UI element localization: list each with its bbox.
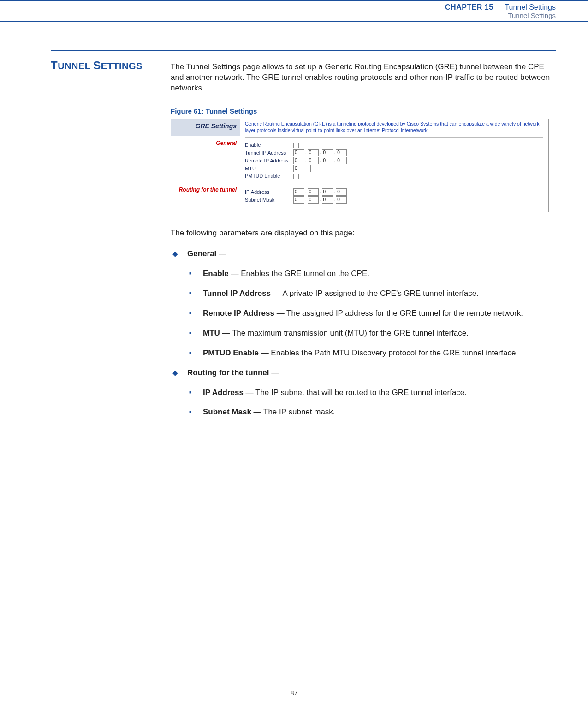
ip-address-octet-3[interactable]: 0 <box>322 188 333 196</box>
lead-paragraph: The following parameters are displayed o… <box>171 228 556 239</box>
figure-tunnel-settings: GRE Settings Generic Routing Encapsulati… <box>171 119 549 212</box>
subnet-mask-octet-3[interactable]: 0 <box>322 196 333 204</box>
mtu-label: MTU <box>245 165 293 172</box>
chapter-label: CHAPTER 15 <box>445 3 493 11</box>
bullet-ip-address: IP Address — The IP subnet that will be … <box>189 388 556 398</box>
bullet-routing: Routing for the tunnel — IP Address — Th… <box>172 368 556 418</box>
bullet-tunnel-ip: Tunnel IP Address — A private IP assigne… <box>189 288 556 299</box>
figure-caption: Figure 61: Tunnel Settings <box>171 107 556 116</box>
bullet-mtu: MTU — The maximum transmission unit (MTU… <box>189 328 556 339</box>
intro-paragraph: The Tunnel Settings page allows to set u… <box>171 62 556 94</box>
figure-header-right: Generic Routing Encapsulation (GRE) is a… <box>240 119 548 136</box>
remote-ip-octet-3[interactable]: 0 <box>322 157 333 164</box>
bullet-pmtud: PMTUD Enable — Enables the Path MTU Disc… <box>189 348 556 359</box>
page-number: – 87 – <box>0 689 588 697</box>
remote-ip-label: Remote IP Address <box>245 157 293 164</box>
header-title-2: Tunnel Settings <box>0 12 556 19</box>
tunnel-ip-octet-2[interactable]: 0 <box>308 149 319 156</box>
figure-routing-label: Routing for the tunnel <box>171 185 240 207</box>
bullet-remote-ip: Remote IP Address — The assigned IP addr… <box>189 308 556 319</box>
page-header: CHAPTER 15 | Tunnel Settings Tunnel Sett… <box>0 0 588 22</box>
remote-ip-octet-4[interactable]: 0 <box>336 157 347 164</box>
subnet-mask-label: Subnet Mask <box>245 197 293 204</box>
header-title-1: Tunnel Settings <box>505 3 556 11</box>
figure-header-left: GRE Settings <box>171 119 240 136</box>
horizontal-rule <box>51 50 556 51</box>
ip-address-octet-2[interactable]: 0 <box>308 188 319 196</box>
tunnel-ip-octet-4[interactable]: 0 <box>336 149 347 156</box>
enable-checkbox[interactable] <box>293 143 299 148</box>
bullet-general: General — Enable — Enables the GRE tunne… <box>172 249 556 359</box>
tunnel-ip-octet-1[interactable]: 0 <box>293 149 304 156</box>
tunnel-ip-octet-3[interactable]: 0 <box>322 149 333 156</box>
pmtud-label: PMTUD Enable <box>245 173 293 180</box>
divider <box>245 208 543 208</box>
ip-address-octet-4[interactable]: 0 <box>336 188 347 196</box>
remote-ip-octet-2[interactable]: 0 <box>308 157 319 164</box>
subnet-mask-octet-2[interactable]: 0 <box>308 196 319 204</box>
bullet-enable: Enable — Enables the GRE tunnel on the C… <box>189 269 556 279</box>
figure-general-label: General <box>171 138 240 183</box>
mtu-input[interactable]: 0 <box>293 165 311 172</box>
separator: | <box>495 3 503 11</box>
divider <box>245 137 543 138</box>
enable-label: Enable <box>245 142 293 149</box>
subnet-mask-octet-4[interactable]: 0 <box>336 196 347 204</box>
tunnel-ip-label: Tunnel IP Address <box>245 150 293 156</box>
bullet-subnet-mask: Subnet Mask — The IP subnet mask. <box>189 407 556 418</box>
pmtud-checkbox[interactable] <box>293 174 299 179</box>
ip-address-octet-1[interactable]: 0 <box>293 188 304 196</box>
subnet-mask-octet-1[interactable]: 0 <box>293 196 304 204</box>
divider <box>245 184 543 184</box>
ip-address-label: IP Address <box>245 189 293 196</box>
remote-ip-octet-1[interactable]: 0 <box>293 157 304 164</box>
